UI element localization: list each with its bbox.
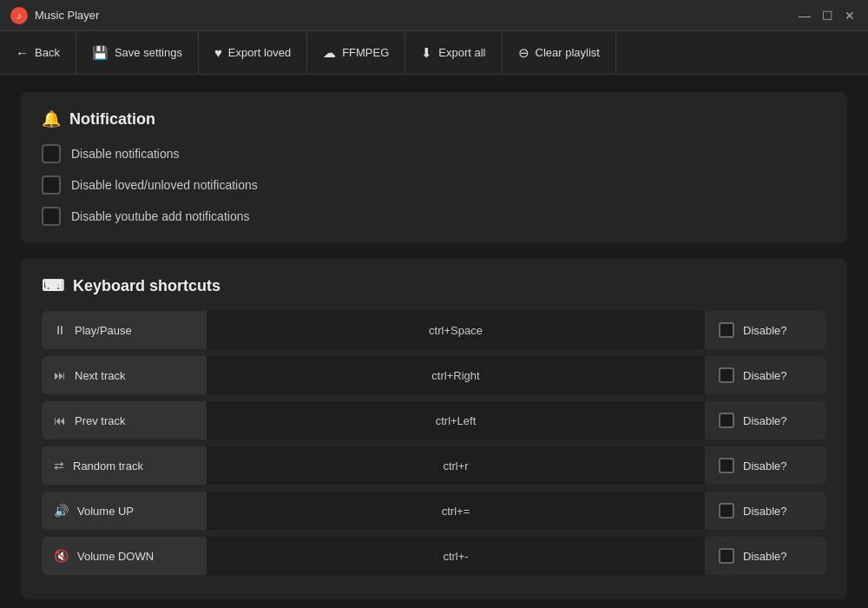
save-settings-button[interactable]: 💾 Save settings — [76, 31, 199, 74]
random-track-disable-btn[interactable]: Disable? — [705, 446, 826, 485]
shortcut-row-volume-down: 🔇 Volume DOWN ctrl+- Disable? — [42, 537, 826, 575]
minimize-button[interactable]: — — [797, 8, 812, 23]
prev-track-label: Prev track — [75, 414, 126, 427]
prev-track-disable-btn[interactable]: Disable? — [705, 401, 826, 439]
random-track-key: ctrl+r — [207, 446, 705, 485]
notification-section: 🔔 Notification Disable notifications Dis… — [21, 92, 847, 243]
maximize-button[interactable]: ☐ — [819, 8, 835, 23]
main-content: 🔔 Notification Disable notifications Dis… — [0, 75, 868, 608]
prev-track-disable-label: Disable? — [743, 414, 787, 427]
cloud-icon: ☁ — [323, 45, 336, 61]
keyboard-title: ⌨ Keyboard shortcuts — [42, 276, 826, 295]
next-track-disable-checkbox[interactable] — [719, 367, 734, 383]
random-track-icon: ⇄ — [54, 459, 64, 473]
prev-track-button[interactable]: ⏮ Prev track — [42, 401, 207, 439]
notification-title-text: Notification — [69, 110, 155, 129]
play-pause-icon: ⏸ — [54, 323, 66, 337]
export-all-label: Export all — [438, 46, 485, 59]
notification-title: 🔔 Notification — [42, 109, 826, 129]
keyboard-shortcuts-section: ⌨ Keyboard shortcuts ⏸ Play/Pause ctrl+S… — [21, 259, 847, 599]
play-pause-key: ctrl+Space — [207, 311, 705, 349]
heart-icon: ♥ — [214, 45, 222, 60]
volume-up-disable-btn[interactable]: Disable? — [705, 492, 826, 530]
window-controls: — ☐ ✕ — [797, 8, 858, 23]
shortcut-row-play-pause: ⏸ Play/Pause ctrl+Space Disable? — [42, 311, 826, 349]
close-button[interactable]: ✕ — [842, 8, 858, 23]
volume-down-key: ctrl+- — [207, 537, 705, 575]
app-icon: ♪ — [10, 7, 28, 24]
shortcut-row-random-track: ⇄ Random track ctrl+r Disable? — [42, 446, 826, 485]
prev-track-icon: ⏮ — [54, 413, 66, 427]
disable-notifications-row: Disable notifications — [42, 144, 826, 163]
ffmpeg-button[interactable]: ☁ FFMPEG — [307, 31, 405, 74]
back-label: Back — [35, 46, 60, 59]
disable-youtube-notifications-label: Disable youtube add notifications — [71, 209, 249, 223]
next-track-disable-btn[interactable]: Disable? — [705, 356, 826, 394]
volume-down-button[interactable]: 🔇 Volume DOWN — [42, 537, 207, 575]
export-loved-label: Export loved — [228, 46, 291, 59]
disable-loved-notifications-row: Disable loved/unloved notifications — [42, 175, 826, 195]
random-track-button[interactable]: ⇄ Random track — [42, 446, 207, 485]
bell-icon: 🔔 — [42, 109, 61, 129]
next-track-label: Next track — [75, 369, 126, 382]
volume-down-disable-label: Disable? — [743, 550, 787, 563]
prev-track-key: ctrl+Left — [207, 401, 705, 439]
volume-up-key: ctrl+= — [207, 492, 705, 530]
keyboard-title-text: Keyboard shortcuts — [73, 277, 220, 295]
save-settings-label: Save settings — [115, 46, 182, 59]
title-bar-left: ♪ Music Player — [10, 7, 99, 24]
toolbar: ← Back 💾 Save settings ♥ Export loved ☁ … — [0, 31, 868, 75]
play-pause-disable-label: Disable? — [743, 324, 787, 337]
prev-track-disable-checkbox[interactable] — [719, 413, 734, 428]
shortcut-row-volume-up: 🔊 Volume UP ctrl+= Disable? — [42, 492, 826, 530]
volume-down-disable-btn[interactable]: Disable? — [705, 537, 826, 575]
play-pause-label: Play/Pause — [75, 324, 132, 337]
ffmpeg-label: FFMPEG — [342, 46, 389, 59]
clear-playlist-label: Clear playlist — [536, 46, 600, 59]
shortcut-row-next-track: ⏭ Next track ctrl+Right Disable? — [42, 356, 826, 394]
save-icon: 💾 — [92, 45, 108, 61]
random-track-disable-checkbox[interactable] — [719, 458, 734, 473]
volume-up-icon: 🔊 — [54, 504, 69, 518]
play-pause-disable-btn[interactable]: Disable? — [705, 311, 826, 349]
volume-up-label: Volume UP — [77, 505, 134, 518]
disable-youtube-notifications-checkbox[interactable] — [42, 207, 61, 226]
volume-down-icon: 🔇 — [54, 549, 69, 563]
export-loved-button[interactable]: ♥ Export loved — [199, 31, 307, 74]
keyboard-icon: ⌨ — [42, 276, 64, 295]
download-icon: ⬇ — [421, 45, 432, 61]
next-track-button[interactable]: ⏭ Next track — [42, 356, 207, 394]
disable-loved-notifications-checkbox[interactable] — [42, 175, 61, 195]
next-track-disable-label: Disable? — [743, 369, 787, 382]
shortcut-row-prev-track: ⏮ Prev track ctrl+Left Disable? — [42, 401, 826, 439]
clear-playlist-button[interactable]: ⊖ Clear playlist — [503, 31, 616, 74]
volume-down-disable-checkbox[interactable] — [719, 548, 734, 564]
back-icon: ← — [16, 45, 29, 60]
disable-loved-notifications-label: Disable loved/unloved notifications — [71, 178, 258, 192]
disable-notifications-label: Disable notifications — [71, 147, 180, 161]
disable-notifications-checkbox[interactable] — [42, 144, 61, 163]
disable-youtube-notifications-row: Disable youtube add notifications — [42, 207, 826, 226]
next-track-icon: ⏭ — [54, 368, 66, 382]
volume-up-button[interactable]: 🔊 Volume UP — [42, 492, 207, 530]
volume-up-disable-checkbox[interactable] — [719, 503, 734, 519]
back-button[interactable]: ← Back — [0, 31, 76, 74]
play-pause-disable-checkbox[interactable] — [719, 322, 734, 338]
play-pause-button[interactable]: ⏸ Play/Pause — [42, 311, 207, 349]
title-bar: ♪ Music Player — ☐ ✕ — [0, 0, 868, 31]
export-all-button[interactable]: ⬇ Export all — [405, 31, 502, 74]
random-track-label: Random track — [73, 459, 143, 473]
next-track-key: ctrl+Right — [207, 356, 705, 394]
random-track-disable-label: Disable? — [743, 459, 787, 473]
volume-down-label: Volume DOWN — [77, 550, 154, 563]
app-title: Music Player — [35, 9, 99, 22]
volume-up-disable-label: Disable? — [743, 505, 787, 518]
clear-icon: ⊖ — [518, 45, 529, 61]
